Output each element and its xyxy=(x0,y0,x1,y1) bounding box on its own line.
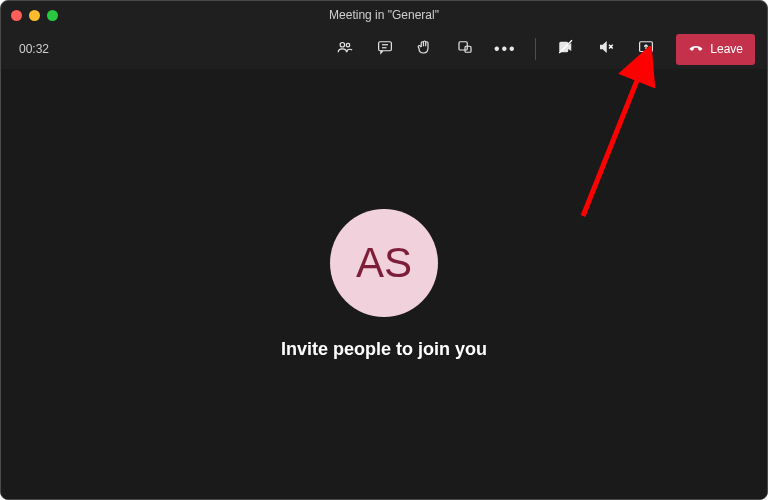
meeting-toolbar: 00:32 ••• xyxy=(1,29,767,69)
maximize-window-button[interactable] xyxy=(47,10,58,21)
svg-rect-2 xyxy=(379,42,392,51)
hangup-icon xyxy=(688,40,704,59)
chat-button[interactable] xyxy=(369,33,401,65)
mic-toggle-button[interactable] xyxy=(590,33,622,65)
toolbar-divider xyxy=(535,38,536,60)
svg-point-1 xyxy=(347,43,350,46)
close-window-button[interactable] xyxy=(11,10,22,21)
window-controls xyxy=(11,10,58,21)
rooms-button[interactable] xyxy=(449,33,481,65)
ellipsis-icon: ••• xyxy=(494,40,517,58)
share-screen-button[interactable] xyxy=(630,33,662,65)
avatar-initials: AS xyxy=(356,239,412,287)
more-actions-button[interactable]: ••• xyxy=(489,33,521,65)
meeting-stage: AS Invite people to join you xyxy=(1,69,767,499)
titlebar: Meeting in "General" xyxy=(1,1,767,29)
invite-prompt: Invite people to join you xyxy=(281,339,487,360)
chat-icon xyxy=(376,38,394,60)
hand-icon xyxy=(416,38,434,60)
camera-off-icon xyxy=(557,38,575,60)
call-timer: 00:32 xyxy=(19,42,49,56)
svg-rect-6 xyxy=(465,46,471,52)
participants-button[interactable] xyxy=(329,33,361,65)
share-screen-icon xyxy=(637,38,655,60)
meeting-window: Meeting in "General" 00:32 ••• xyxy=(0,0,768,500)
speaker-muted-icon xyxy=(597,38,615,60)
people-icon xyxy=(336,38,354,60)
minimize-window-button[interactable] xyxy=(29,10,40,21)
window-title: Meeting in "General" xyxy=(1,8,767,22)
svg-point-0 xyxy=(340,43,345,48)
leave-button-label: Leave xyxy=(710,42,743,56)
camera-toggle-button[interactable] xyxy=(550,33,582,65)
breakout-rooms-icon xyxy=(456,38,474,60)
leave-button[interactable]: Leave xyxy=(676,34,755,65)
avatar: AS xyxy=(330,209,438,317)
raise-hand-button[interactable] xyxy=(409,33,441,65)
